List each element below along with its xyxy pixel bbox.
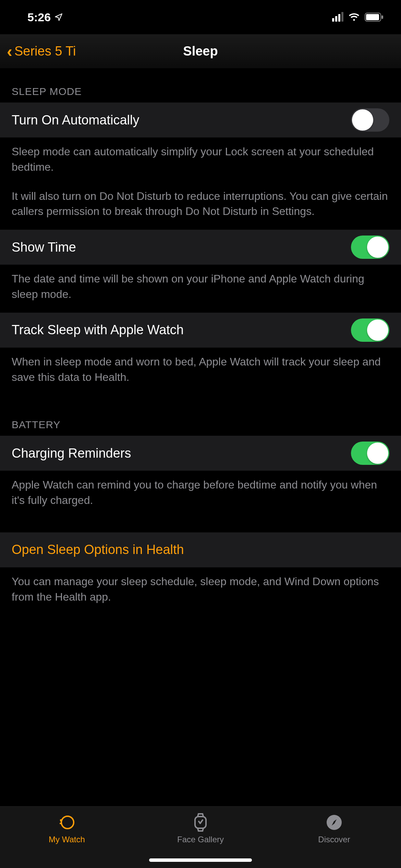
compass-icon [325, 813, 344, 832]
tab-discover[interactable]: Discover [268, 813, 400, 844]
tab-label: Discover [318, 835, 350, 844]
row-footer: Sleep mode can automatically simplify yo… [0, 138, 401, 229]
home-indicator[interactable] [149, 858, 252, 862]
tab-label: My Watch [49, 835, 85, 844]
svg-rect-2 [381, 15, 383, 19]
row-footer: The date and time will be shown on your … [0, 265, 401, 312]
svg-rect-4 [60, 819, 62, 821]
chevron-left-icon: ‹ [7, 43, 12, 60]
content-scroll[interactable]: SLEEP MODE Turn On Automatically Sleep m… [0, 69, 401, 806]
location-services-icon [54, 13, 63, 22]
status-bar: 5:26 [0, 0, 401, 34]
section-header-battery: BATTERY [0, 395, 401, 435]
status-time: 5:26 [27, 11, 51, 24]
back-label: Series 5 Ti [14, 44, 76, 59]
back-button[interactable]: ‹ Series 5 Ti [0, 43, 76, 60]
row-track-sleep[interactable]: Track Sleep with Apple Watch [0, 312, 401, 348]
cellular-signal-icon [332, 13, 343, 22]
toggle-show-time[interactable] [351, 236, 389, 259]
row-footer: Apple Watch can remind you to charge bef… [0, 471, 401, 518]
battery-icon [365, 13, 384, 22]
row-label: Turn On Automatically [12, 113, 139, 128]
row-turn-on-automatically[interactable]: Turn On Automatically [0, 102, 401, 138]
wifi-icon [348, 13, 360, 22]
watch-face-icon [191, 813, 210, 832]
row-footer: When in sleep mode and worn to bed, Appl… [0, 348, 401, 395]
svg-point-3 [61, 816, 74, 829]
toggle-turn-on-automatically[interactable] [351, 108, 389, 132]
row-charging-reminders[interactable]: Charging Reminders [0, 435, 401, 471]
toggle-charging-reminders[interactable] [351, 442, 389, 465]
watch-side-icon [57, 813, 76, 832]
row-label: Charging Reminders [12, 446, 131, 461]
tab-my-watch[interactable]: My Watch [1, 813, 133, 844]
nav-bar: ‹ Series 5 Ti Sleep [0, 34, 401, 69]
svg-rect-1 [366, 14, 379, 20]
svg-rect-5 [60, 823, 62, 824]
toggle-track-sleep[interactable] [351, 318, 389, 342]
section-header-sleep-mode: SLEEP MODE [0, 69, 401, 102]
tab-label: Face Gallery [177, 835, 224, 844]
row-label: Show Time [12, 240, 76, 255]
row-label: Open Sleep Options in Health [12, 542, 184, 557]
row-open-sleep-options[interactable]: Open Sleep Options in Health [0, 532, 401, 568]
status-right [332, 13, 384, 22]
row-show-time[interactable]: Show Time [0, 229, 401, 265]
status-left: 5:26 [27, 11, 63, 24]
row-footer: You can manage your sleep schedule, slee… [0, 568, 401, 615]
tab-face-gallery[interactable]: Face Gallery [134, 813, 267, 844]
row-label: Track Sleep with Apple Watch [12, 323, 184, 337]
